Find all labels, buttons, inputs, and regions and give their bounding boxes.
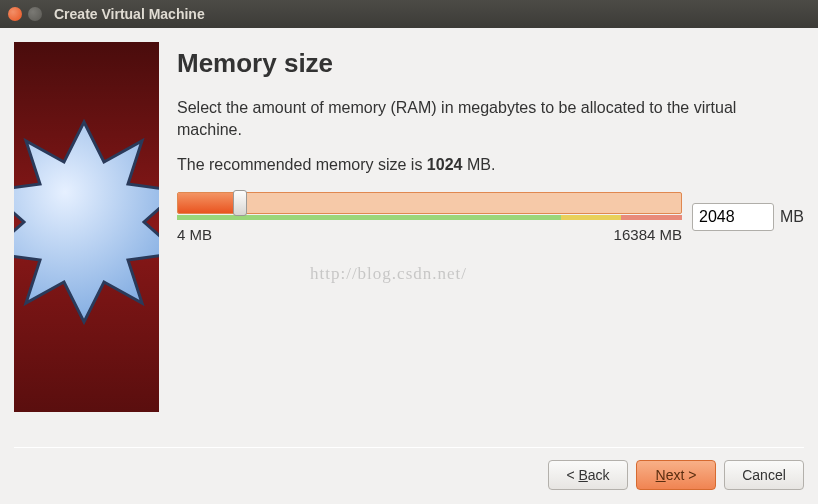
recommendation-text: The recommended memory size is 1024 MB. (177, 156, 804, 174)
minimize-icon[interactable] (28, 7, 42, 21)
wizard-side-image (14, 42, 159, 412)
slider-range-labels: 4 MB 16384 MB (177, 226, 682, 243)
memory-spin-wrap: ▲ ▼ MB (692, 203, 804, 231)
scale-warning (561, 215, 622, 220)
recommend-suffix: MB. (462, 156, 495, 173)
page-title: Memory size (177, 48, 804, 79)
slider-thumb[interactable] (233, 190, 247, 216)
content-area: Memory size Select the amount of memory … (0, 28, 818, 412)
window-title: Create Virtual Machine (54, 6, 205, 22)
next-button[interactable]: Next > (636, 460, 716, 490)
main-panel: Memory size Select the amount of memory … (177, 42, 804, 412)
svg-marker-0 (14, 122, 159, 322)
slider-min-label: 4 MB (177, 226, 212, 243)
slider-track[interactable] (177, 192, 682, 214)
dialog-window: Create Virtual Machine Memory size Selec… (0, 0, 818, 504)
description-text: Select the amount of memory (RAM) in meg… (177, 97, 804, 142)
scale-danger (621, 215, 682, 220)
recommend-prefix: The recommended memory size is (177, 156, 427, 173)
memory-slider-row: 4 MB 16384 MB ▲ ▼ MB (177, 192, 804, 243)
cancel-button[interactable]: Cancel (724, 460, 804, 490)
memory-slider[interactable]: 4 MB 16384 MB (177, 192, 682, 243)
button-row: < Back Next > Cancel (0, 448, 818, 504)
memory-unit-label: MB (780, 208, 804, 226)
slider-scale (177, 215, 682, 220)
titlebar[interactable]: Create Virtual Machine (0, 0, 818, 28)
slider-fill (178, 193, 241, 213)
starburst-icon (14, 112, 159, 332)
recommend-value: 1024 (427, 156, 463, 173)
memory-spinbox[interactable]: ▲ ▼ (692, 203, 774, 231)
close-icon[interactable] (8, 7, 22, 21)
back-button[interactable]: < Back (548, 460, 628, 490)
spacer (0, 412, 818, 447)
slider-max-label: 16384 MB (614, 226, 682, 243)
